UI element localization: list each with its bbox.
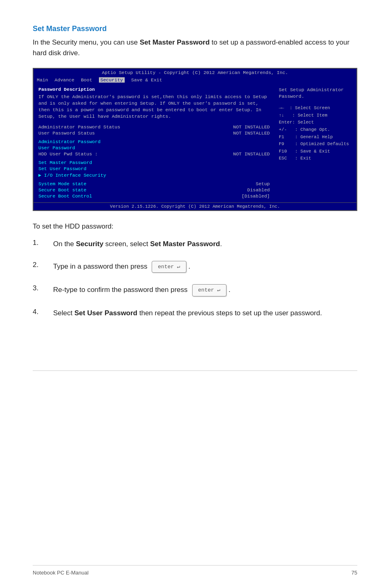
step-1-text-before: On the <box>53 240 76 248</box>
bios-right-top: Set Setup Administrator Password. <box>279 87 352 100</box>
bios-help-row-plusminus: +/- : Change Opt. <box>279 126 352 134</box>
step-1-text-middle: screen, select <box>103 240 150 248</box>
step-4-text-before: Select <box>53 309 74 317</box>
bios-row-set-master-pwd[interactable]: Set Master Password <box>38 159 270 166</box>
section-title: Set Master Password <box>33 25 357 33</box>
bios-row-user-pwd[interactable]: User Password <box>38 145 270 151</box>
step-1-bold2: Set Master Password <box>150 240 220 248</box>
step-2-text: Type in a password then press <box>53 263 149 270</box>
bios-row-secure-boot-state: Secure Boot state Disabled <box>38 187 270 193</box>
bios-help-row-f10: F10 : Save & Exit <box>279 148 352 155</box>
bios-help-row-arrows: →← : Select Screen <box>279 105 352 112</box>
step-3-number: 3. <box>33 284 53 292</box>
bios-row-system-mode: System Mode state Setup <box>38 181 270 187</box>
bios-row-admin-pwd[interactable]: Administrator Password <box>38 139 270 145</box>
bios-screen: Aptio Setup Utility - Copyright (C) 2012… <box>33 68 357 211</box>
page-footer: Notebook PC E-Manual 75 <box>33 565 357 576</box>
bios-row-io-security[interactable]: ▶ I/O Interface Security <box>38 172 270 178</box>
step-3-content: Re-type to confirm the password then pre… <box>53 284 357 296</box>
step-1: 1. On the Security screen, select Set Ma… <box>33 239 357 249</box>
bios-footer: Version 2.15.1226. Copyright (C) 2012 Am… <box>34 202 356 210</box>
step-1-number: 1. <box>33 239 53 247</box>
bios-help-row-f9: F9 : Optimized Defaults <box>279 141 352 148</box>
bios-right-panel: Set Setup Administrator Password. →← : S… <box>275 83 356 202</box>
step-4-content: Select Set User Password then repeat the… <box>53 308 357 319</box>
bios-menu-security[interactable]: Security <box>99 77 125 83</box>
footer-divider <box>33 370 357 371</box>
bios-desc-title: Password Description <box>38 87 270 92</box>
bios-title: Aptio Setup Utility - Copyright (C) 2012… <box>34 69 356 76</box>
enter-key-2-label: enter ↵ <box>198 286 221 294</box>
enter-key-1-label: enter ↵ <box>158 263 180 271</box>
step-4-bold: Set User Password <box>74 309 137 317</box>
step-2-number: 2. <box>33 261 53 269</box>
bios-menu-advance[interactable]: Advance <box>55 77 74 83</box>
bios-left-panel: Password Description If ONLY the Adminis… <box>34 83 275 202</box>
enter-key-2: enter ↵ <box>192 284 227 296</box>
footer-left: Notebook PC E-Manual <box>33 570 89 576</box>
bios-help-row-f1: F1 : General Help <box>279 134 352 141</box>
steps-list: 1. On the Security screen, select Set Ma… <box>33 239 357 318</box>
step-4-number: 4. <box>33 308 53 316</box>
bios-help-section: →← : Select Screen ↑↓ : Select Item Ente… <box>279 105 352 162</box>
enter-key-1: enter ↵ <box>152 261 186 273</box>
step-1-content: On the Security screen, select Set Maste… <box>53 239 357 249</box>
step-1-text-after: . <box>220 240 222 248</box>
step-4: 4. Select Set User Password then repeat … <box>33 308 357 319</box>
bios-row-set-user-pwd[interactable]: Set User Password <box>38 166 270 172</box>
bios-help-row-enter: Enter: Select <box>279 119 352 126</box>
bios-help-row-updown: ↑↓ : Select Item <box>279 112 352 119</box>
intro-text: In the Security menu, you can use Set Ma… <box>33 37 357 58</box>
bios-row-hdd-status: HDD User Pwd Status : NOT INSTALLED <box>38 151 270 157</box>
bios-menu-boot[interactable]: Boot <box>81 77 92 83</box>
step-2-period: . <box>188 263 191 270</box>
step-3-text: Re-type to confirm the password then pre… <box>53 286 190 294</box>
steps-intro: To set the HDD password: <box>33 222 357 231</box>
step-1-bold1: Security <box>76 240 103 248</box>
step-3: 3. Re-type to confirm the password then … <box>33 284 357 296</box>
step-2: 2. Type in a password then press enter ↵… <box>33 261 357 273</box>
intro-bold: Set Master Password <box>140 38 210 46</box>
bios-menu-main[interactable]: Main <box>37 77 48 83</box>
intro-before: In the Security menu, you can use <box>33 38 140 46</box>
bios-row-admin-status: Administrator Password Status NOT INSTAL… <box>38 124 270 130</box>
bios-menu-bar: Main Advance Boot Security Save & Exit <box>34 76 356 83</box>
footer-right: 75 <box>352 570 357 576</box>
bios-help-row-esc: ESC : Exit <box>279 155 352 162</box>
bios-body: Password Description If ONLY the Adminis… <box>34 83 356 202</box>
bios-desc-text: If ONLY the Administrator's password is … <box>38 94 270 120</box>
step-2-content: Type in a password then press enter ↵ . <box>53 261 357 273</box>
bios-menu-save-exit[interactable]: Save & Exit <box>131 77 162 83</box>
bios-row-user-status: User Password Status NOT INSTALLED <box>38 130 270 136</box>
bios-row-secure-boot-ctrl[interactable]: Secure Boot Control [Disabled] <box>38 193 270 199</box>
step-3-period: . <box>229 286 231 294</box>
step-4-text-after: then repeat the previous steps to set up… <box>137 309 322 317</box>
